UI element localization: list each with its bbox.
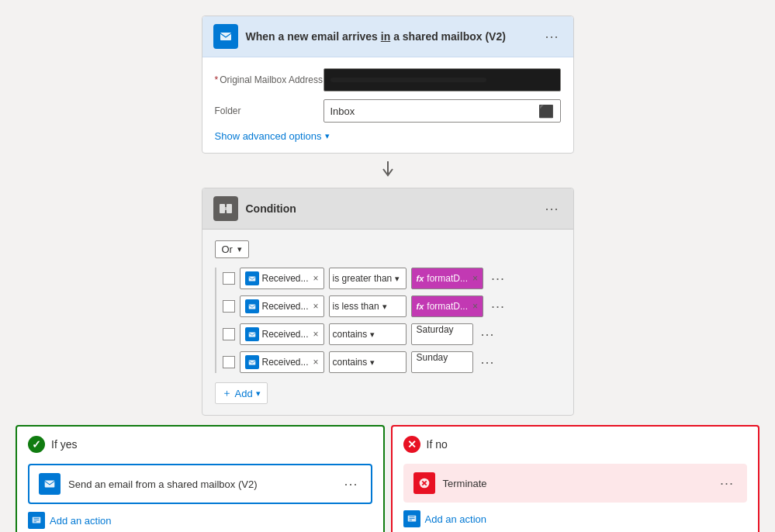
value-input-4[interactable]: Sunday — [411, 351, 473, 373]
no-add-action-button[interactable]: Add an action — [403, 510, 748, 527]
add-chevron-icon: ▾ — [256, 389, 261, 399]
split-row: ✓ If yes Send an email from a shared mai… — [0, 425, 775, 532]
show-advanced-button[interactable]: Show advanced options ▾ — [215, 130, 561, 142]
show-advanced-label: Show advanced options — [215, 130, 322, 142]
add-plus-icon: ＋ — [222, 386, 232, 400]
or-label: Or — [222, 244, 233, 255]
operator-label-2: is less than — [333, 301, 379, 312]
row-4-more-button[interactable]: ··· — [478, 354, 498, 371]
condition-header: Condition ··· — [202, 188, 573, 230]
trigger-body: Original Mailbox Address Folder Inbox ⬛ … — [202, 57, 573, 153]
operator-chevron-1: ▾ — [395, 274, 400, 284]
if-yes-header: ✓ If yes — [28, 436, 372, 453]
row-2-checkbox[interactable] — [223, 300, 235, 313]
no-badge: ✕ — [403, 436, 420, 453]
or-dropdown[interactable]: Or ▾ — [215, 240, 249, 258]
svg-rect-3 — [220, 204, 225, 213]
svg-rect-5 — [225, 207, 227, 210]
mailbox-label: Original Mailbox Address — [215, 74, 323, 85]
row-4-checkbox[interactable] — [223, 356, 235, 368]
trigger-more-button[interactable]: ··· — [541, 29, 562, 45]
mailbox-input[interactable] — [323, 68, 561, 92]
canvas: When a new email arrives in a shared mai… — [0, 0, 775, 532]
format-token-2[interactable]: fx formatD... × — [411, 295, 484, 317]
row-1-checkbox[interactable] — [223, 272, 235, 285]
operator-chevron-4: ▾ — [370, 358, 375, 368]
operator-4[interactable]: contains ▾ — [329, 351, 407, 373]
operator-chevron-3: ▾ — [370, 330, 375, 340]
condition-rows: Received... × is greater than ▾ fx forma… — [215, 268, 561, 373]
received-label-1: Received... — [262, 273, 309, 284]
operator-chevron-2: ▾ — [382, 302, 387, 312]
format-label-1: formatD... — [427, 273, 468, 284]
remove-token-2[interactable]: × — [313, 301, 319, 312]
folder-input[interactable]: Inbox ⬛ — [323, 99, 561, 123]
received-token-3[interactable]: Received... × — [240, 323, 324, 345]
if-no-header: ✕ If no — [403, 436, 748, 453]
yes-add-action-icon — [28, 512, 45, 529]
operator-2[interactable]: is less than ▾ — [329, 295, 407, 317]
outlook-token-icon-4 — [245, 355, 259, 369]
row-3-checkbox[interactable] — [223, 328, 235, 340]
received-token-1[interactable]: Received... × — [240, 268, 324, 289]
condition-body: Or ▾ Received... — [202, 230, 573, 415]
add-label: Add — [235, 388, 253, 399]
format-token-1[interactable]: fx formatD... × — [411, 268, 484, 289]
operator-3[interactable]: contains ▾ — [329, 323, 407, 345]
received-token-2[interactable]: Received... × — [240, 295, 324, 317]
terminate-icon — [413, 472, 435, 494]
row-3-more-button[interactable]: ··· — [478, 326, 498, 343]
folder-label: Folder — [215, 105, 323, 116]
svg-rect-13 — [248, 360, 255, 364]
svg-rect-9 — [248, 304, 255, 309]
row-2-more-button[interactable]: ··· — [488, 299, 508, 315]
outlook-token-icon-1 — [245, 271, 259, 285]
if-yes-title: If yes — [51, 438, 77, 451]
condition-more-button[interactable]: ··· — [541, 201, 562, 217]
outlook-token-icon-2 — [245, 299, 259, 313]
outlook-token-icon-3 — [245, 327, 259, 341]
row-1-more-button[interactable]: ··· — [488, 271, 508, 287]
yes-add-action-label: Add an action — [50, 515, 112, 527]
send-email-title: Send an email from a shared mailbox (V2) — [68, 478, 333, 490]
send-email-icon — [39, 473, 61, 495]
remove-format-2[interactable]: × — [472, 301, 478, 312]
svg-rect-15 — [45, 481, 55, 488]
condition-row-3: Received... × contains ▾ Saturday ··· — [223, 323, 561, 345]
add-button[interactable]: ＋ Add ▾ — [215, 382, 268, 404]
condition-row-4: Received... × contains ▾ Sunday ··· — [223, 351, 561, 373]
received-label-3: Received... — [262, 329, 309, 340]
svg-rect-4 — [227, 204, 232, 213]
terminate-card[interactable]: Terminate ··· — [403, 464, 748, 503]
remove-token-1[interactable]: × — [313, 273, 319, 284]
send-email-more-button[interactable]: ··· — [341, 476, 361, 492]
remove-token-3[interactable]: × — [313, 329, 319, 340]
svg-rect-7 — [248, 276, 255, 281]
remove-format-1[interactable]: × — [472, 273, 478, 284]
received-label-2: Received... — [262, 301, 309, 312]
value-label-3: Saturday — [417, 324, 454, 335]
trigger-card: When a new email arrives in a shared mai… — [202, 16, 574, 154]
remove-token-4[interactable]: × — [313, 357, 319, 368]
received-token-4[interactable]: Received... × — [240, 351, 324, 373]
operator-label-3: contains — [333, 329, 368, 340]
trigger-title: When a new email arrives in a shared mai… — [246, 30, 542, 43]
received-label-4: Received... — [262, 357, 309, 368]
send-email-card[interactable]: Send an email from a shared mailbox (V2)… — [28, 464, 372, 504]
condition-row-2: Received... × is less than ▾ fx formatD.… — [223, 295, 561, 317]
condition-card: Condition ··· Or ▾ — [202, 188, 574, 416]
fx-icon-1: fx — [417, 274, 424, 283]
yes-badge: ✓ — [28, 436, 45, 453]
chevron-down-icon: ▾ — [325, 131, 330, 141]
connector-arrow — [379, 154, 397, 188]
yes-add-action-button[interactable]: Add an action — [28, 512, 372, 529]
operator-1[interactable]: is greater than ▾ — [329, 268, 407, 289]
value-input-3[interactable]: Saturday — [411, 323, 473, 345]
if-yes-panel: ✓ If yes Send an email from a shared mai… — [16, 425, 385, 532]
operator-label-1: is greater than — [333, 273, 393, 284]
terminate-more-button[interactable]: ··· — [717, 475, 737, 492]
folder-icon: ⬛ — [538, 104, 554, 119]
mailbox-field-row: Original Mailbox Address — [215, 68, 561, 92]
folder-field-row: Folder Inbox ⬛ — [215, 99, 561, 123]
value-label-4: Sunday — [417, 352, 448, 363]
